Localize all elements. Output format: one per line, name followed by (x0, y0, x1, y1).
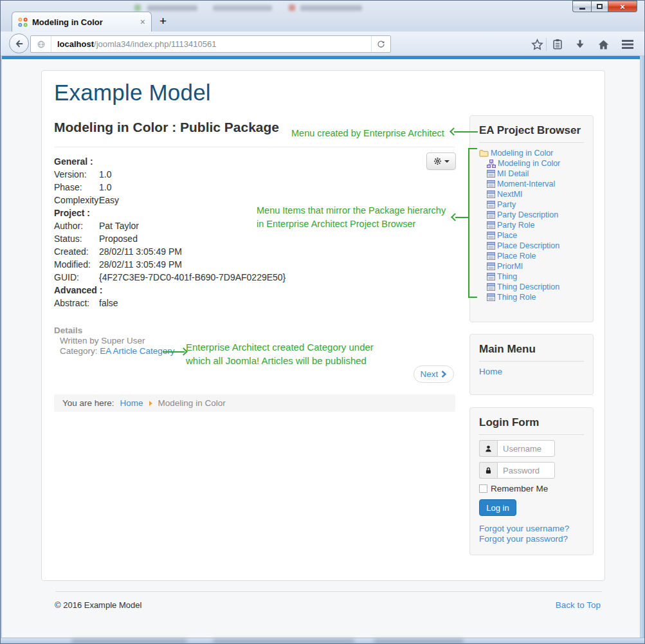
background-window-blur (134, 5, 141, 11)
tree-link[interactable]: Thing (497, 272, 517, 281)
annotation-line: in Enterprise Architect Project Browser (257, 217, 446, 231)
new-tab-button[interactable]: + (159, 14, 167, 28)
downloads-icon[interactable] (572, 37, 588, 52)
main-menu-panel: Main Menu Home (469, 334, 594, 395)
field-value: Easy (99, 195, 119, 205)
background-window-blur (289, 5, 295, 11)
class-icon (487, 180, 495, 188)
annotation-menu-created: Menu created by Enterprise Architect (291, 127, 444, 140)
field-label: Advanced : (54, 285, 102, 295)
remember-me-checkbox[interactable] (479, 484, 487, 493)
tree-item: NextMI (479, 189, 584, 199)
field-row: Version:1.0 (54, 168, 427, 181)
tree-item: Place (479, 230, 584, 241)
home-icon[interactable] (595, 37, 611, 52)
maximize-icon (597, 4, 603, 9)
field-label: Status: (54, 234, 99, 244)
class-icon (487, 211, 495, 219)
tree-link[interactable]: Party Role (497, 221, 534, 230)
field-label: Version: (54, 169, 99, 179)
remember-me-row: Remember Me (479, 484, 584, 493)
taskbar-blur (71, 639, 187, 643)
tree-link[interactable]: Place Description (497, 241, 559, 250)
next-label: Next (421, 369, 439, 379)
field-value: 1.0 (99, 182, 111, 192)
tree-link[interactable]: PriorMI (497, 262, 523, 271)
breadcrumb-prefix: You are here: (62, 398, 114, 408)
annotation-bracket-top (468, 148, 477, 149)
reload-button[interactable] (371, 36, 390, 52)
username-input[interactable] (497, 440, 555, 457)
field-label: GUID: (54, 272, 99, 282)
forgot-password-link[interactable]: Forgot your password? (479, 534, 584, 544)
joomla-logo-icon (18, 17, 28, 27)
tree-item: Modeling in Color (479, 158, 584, 169)
tree-link-package[interactable]: Modeling in Color (491, 149, 553, 158)
field-row: Created:28/02/11 3:05:49 PM (54, 245, 427, 258)
field-row: Abstract:false (54, 297, 427, 309)
chevron-right-icon (441, 371, 447, 378)
field-row: Modified:28/02/11 3:05:49 PM (54, 258, 427, 271)
tree-link[interactable]: Thing Role (497, 293, 536, 302)
next-button[interactable]: Next (413, 365, 454, 383)
field-label: Phase: (54, 182, 99, 192)
main-menu-home-link[interactable]: Home (479, 367, 584, 376)
maximize-button[interactable] (591, 1, 608, 12)
field-label: Project : (54, 208, 90, 218)
taskbar-blur (374, 639, 464, 643)
ea-project-tree: Modeling in Color Modeling in Color MI D… (479, 148, 584, 302)
browser-window: Modeling in Color × + × localhost/joomla… (0, 0, 645, 644)
class-icon (487, 190, 495, 198)
class-icon (487, 242, 495, 250)
tree-link[interactable]: Party (497, 200, 516, 209)
tree-link[interactable]: Party Description (497, 210, 558, 219)
field-label: Modified: (54, 259, 99, 270)
field-value: 28/02/11 3:05:49 PM (99, 246, 182, 257)
tree-link[interactable]: Modeling in Color (498, 159, 560, 168)
breadcrumb: You are here: Home Modeling in Color (54, 394, 455, 412)
window-frame-left (1, 56, 2, 639)
class-icon (487, 293, 495, 301)
class-icon (487, 262, 495, 270)
back-button[interactable] (9, 33, 29, 53)
url-bar[interactable]: localhost/joomla34/index.php/1113410561 (30, 35, 391, 53)
breadcrumb-home-link[interactable]: Home (120, 398, 143, 408)
tree-link[interactable]: MI Detail (497, 169, 529, 178)
tree-item: Thing Role (479, 292, 584, 302)
back-to-top-link[interactable]: Back to Top (556, 600, 601, 610)
article-title: Modeling in Color : Public Package (54, 120, 279, 135)
close-icon: × (620, 2, 625, 12)
tab-close-icon[interactable]: × (140, 17, 145, 26)
password-input[interactable] (497, 462, 555, 479)
class-icon (487, 273, 495, 281)
back-arrow-icon (14, 39, 24, 49)
toolbar-divider (546, 38, 547, 51)
url-path: /joomla34/index.php/1113410561 (94, 39, 216, 49)
category-line: Category: EA Article Category (54, 346, 175, 356)
diagram-icon (487, 160, 496, 168)
close-button[interactable]: × (608, 1, 637, 12)
background-window-blur (300, 5, 362, 11)
article-options-button[interactable] (426, 152, 456, 170)
url-domain: localhost (57, 39, 94, 49)
tree-link[interactable]: Place Role (497, 252, 536, 261)
window-frame-bottom (1, 638, 644, 643)
menu-hamburger-icon[interactable] (619, 37, 637, 52)
user-icon (479, 440, 497, 457)
annotation-line: Menu Items that mirror the Package hiera… (257, 204, 446, 217)
bookmark-star-icon[interactable] (529, 37, 545, 52)
tree-link[interactable]: Place (497, 231, 517, 240)
forgot-username-link[interactable]: Forgot your username? (479, 524, 584, 534)
background-window-blur (213, 5, 272, 11)
browser-tab[interactable]: Modeling in Color × (12, 12, 152, 32)
tree-link[interactable]: Moment-Interval (497, 179, 555, 189)
login-button[interactable]: Log in (479, 499, 516, 516)
tree-link[interactable]: NextMI (497, 190, 523, 199)
minimize-button[interactable] (572, 1, 591, 12)
tree-item: Party Description (479, 210, 584, 220)
annotation-category: Enterprise Architect created Category un… (186, 340, 374, 367)
bookmarks-list-icon[interactable] (550, 37, 565, 52)
class-icon (487, 283, 495, 291)
tree-link[interactable]: Thing Description (497, 282, 559, 291)
tab-title: Modeling in Color (32, 17, 136, 27)
